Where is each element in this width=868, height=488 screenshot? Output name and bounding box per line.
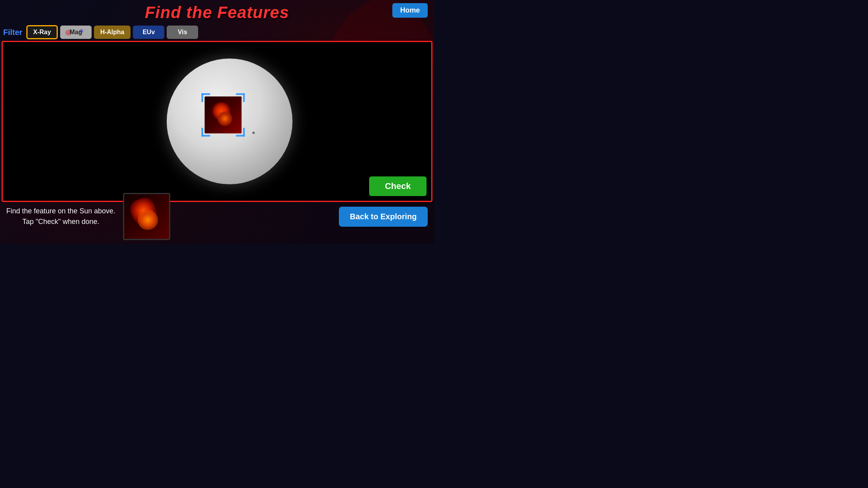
sun-spot — [252, 132, 255, 134]
home-button[interactable]: Home — [392, 3, 428, 18]
filter-euv-button[interactable]: EUv — [133, 26, 164, 39]
filter-xray-button[interactable]: X-Ray — [26, 25, 58, 39]
header: Find the Features Home — [0, 0, 434, 25]
sun-sphere — [167, 59, 292, 184]
instruction-line2: Tap "Check" when done. — [6, 216, 115, 227]
instruction-text: Find the feature on the Sun above. Tap "… — [6, 206, 115, 227]
instruction-line1: Find the feature on the Sun above. — [6, 206, 115, 216]
filter-label: Filter — [3, 28, 22, 37]
filter-vis-button[interactable]: Vis — [167, 26, 198, 39]
feature-glow-2 — [217, 111, 232, 126]
filter-bar: Filter X-Ray Mag H-Alpha EUv Vis — [0, 25, 434, 39]
selection-box[interactable] — [202, 94, 245, 137]
main-content: Find the Features Home Filter X-Ray Mag … — [0, 0, 434, 244]
feature-thumbnail — [123, 193, 170, 240]
page-title: Find the Features — [145, 3, 289, 22]
viewing-area[interactable]: Check — [2, 41, 432, 202]
sun-container — [167, 59, 292, 184]
bottom-panel: Find the feature on the Sun above. Tap "… — [0, 189, 434, 244]
filter-mag-button[interactable]: Mag — [60, 26, 92, 39]
thumbnail-glow-2 — [138, 210, 158, 230]
filter-halpha-button[interactable]: H-Alpha — [94, 26, 131, 39]
selected-feature-region — [205, 97, 242, 134]
back-to-exploring-button[interactable]: Back to Exploring — [339, 207, 428, 227]
